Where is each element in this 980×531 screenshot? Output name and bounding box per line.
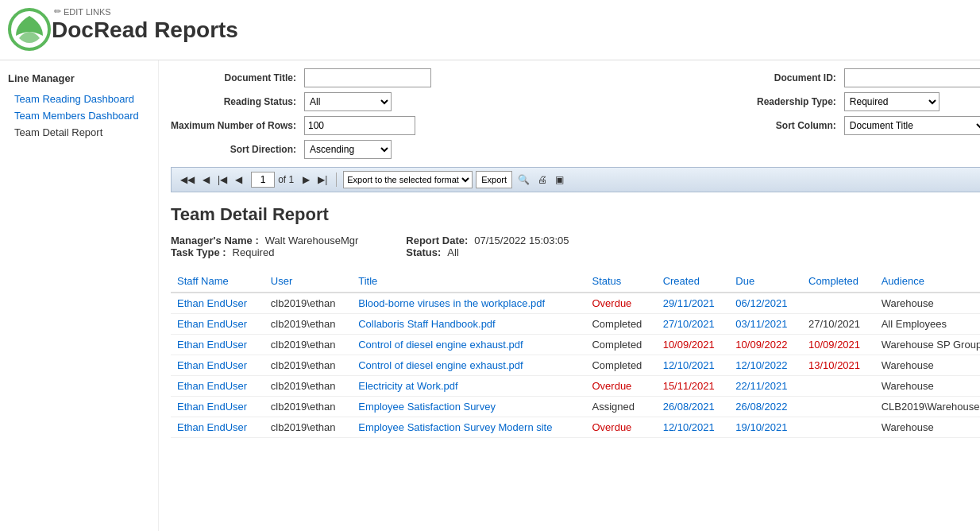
readership-type-select[interactable]: Required Optional All xyxy=(844,92,939,111)
cell-created: 26/08/2021 xyxy=(657,397,730,417)
cell-audience: All Employees xyxy=(875,314,980,335)
cell-user: clb2019\ethan xyxy=(264,335,352,355)
col-staff-name[interactable]: Staff Name xyxy=(171,270,264,293)
export-format-select[interactable]: Export to the selected format PDF Excel … xyxy=(343,171,473,188)
edit-links-button[interactable]: ✏ EDIT LINKS xyxy=(54,6,111,17)
nav-first-button[interactable]: ◀◀ xyxy=(178,172,197,187)
col-user[interactable]: User xyxy=(264,270,352,293)
cell-status: Overdue xyxy=(585,417,656,438)
cell-completed: 13/10/2021 xyxy=(802,355,875,376)
reading-status-select[interactable]: All Completed Overdue Assigned xyxy=(304,92,392,111)
col-audience[interactable]: Audience xyxy=(875,270,980,293)
search-button[interactable]: 🔍 xyxy=(515,172,532,187)
cell-completed xyxy=(802,397,875,417)
document-id-input[interactable] xyxy=(844,68,980,87)
cell-audience: CLB2019\Warehouse xyxy=(875,397,980,417)
cell-completed: 27/10/2021 xyxy=(802,314,875,335)
sidebar-section-title: Line Manager xyxy=(8,72,150,84)
cell-audience: Warehouse xyxy=(875,376,980,397)
table-row: Ethan EndUserclb2019\ethanEmployee Satis… xyxy=(171,417,980,438)
cell-user: clb2019\ethan xyxy=(264,417,352,438)
col-completed[interactable]: Completed xyxy=(802,270,875,293)
document-title-input[interactable] xyxy=(304,68,431,87)
table-header-row: Staff Name User Title Status Created Due… xyxy=(171,270,980,293)
cell-staff-name: Ethan EndUser xyxy=(171,376,264,397)
sidebar-item-team-detail[interactable]: Team Detail Report xyxy=(8,124,150,141)
cell-staff-name: Ethan EndUser xyxy=(171,314,264,335)
cell-audience: Warehouse xyxy=(875,355,980,376)
table-row: Ethan EndUserclb2019\ethanCollaboris Sta… xyxy=(171,314,980,335)
cell-staff-name: Ethan EndUser xyxy=(171,355,264,376)
cell-status: Assigned xyxy=(585,397,656,417)
cell-created: 12/10/2021 xyxy=(657,417,730,438)
export-button[interactable]: Export xyxy=(476,171,512,188)
report-status-value: All xyxy=(447,246,458,258)
cell-audience: Warehouse SP Group xyxy=(875,335,980,355)
col-due[interactable]: Due xyxy=(729,270,802,293)
cell-staff-name: Ethan EndUser xyxy=(171,335,264,355)
report-date-value: 07/15/2022 15:03:05 xyxy=(474,234,569,246)
sort-column-label: Sort Column: xyxy=(757,120,836,131)
nav-next-icon-button[interactable]: ▶ xyxy=(300,172,312,187)
max-rows-label: Maximum Number of Rows: xyxy=(171,120,296,131)
page-of-label: of 1 xyxy=(278,174,294,185)
task-type-meta-row: Task Type : Required xyxy=(171,246,358,258)
sort-direction-select[interactable]: Ascending Descending xyxy=(304,140,392,159)
reading-status-label: Reading Status: xyxy=(171,96,296,107)
toolbar-separator xyxy=(336,172,337,187)
page-info: of 1 xyxy=(251,172,294,188)
cell-user: clb2019\ethan xyxy=(264,355,352,376)
page-number-input[interactable] xyxy=(251,172,275,188)
status-meta-row: Status: All xyxy=(406,246,569,258)
cell-status: Completed xyxy=(585,355,656,376)
cell-status: Overdue xyxy=(585,376,656,397)
cell-title: Employee Satisfaction Survey Modern site xyxy=(352,417,585,438)
toolbar: ◀◀ ◀ |◀ ◀ of 1 ▶ ▶| Export to the select… xyxy=(171,167,980,192)
task-type-label: Task Type : xyxy=(171,246,226,258)
edit-links-label: EDIT LINKS xyxy=(64,7,111,17)
sidebar-item-team-reading[interactable]: Team Reading Dashboard xyxy=(8,91,150,107)
cell-created: 12/10/2021 xyxy=(657,355,730,376)
cell-title: Employee Satisfaction Survey xyxy=(352,397,585,417)
report: Team Detail Report Manager's Name : Walt… xyxy=(171,204,980,438)
pencil-icon: ✏ xyxy=(54,6,61,17)
sort-direction-label: Sort Direction: xyxy=(171,144,296,155)
filter-form: Document Title: Document ID: Reading Sta… xyxy=(171,68,980,159)
main-content: Document Title: Document ID: Reading Sta… xyxy=(159,60,980,531)
cell-title: Control of diesel engine exhaust.pdf xyxy=(352,335,585,355)
app-logo xyxy=(8,8,52,52)
cell-due: 10/09/2022 xyxy=(729,335,802,355)
table-row: Ethan EndUserclb2019\ethanControl of die… xyxy=(171,355,980,376)
col-created[interactable]: Created xyxy=(657,270,730,293)
cell-user: clb2019\ethan xyxy=(264,293,352,314)
cell-due: 06/12/2021 xyxy=(729,293,802,314)
cell-title: Control of diesel engine exhaust.pdf xyxy=(352,355,585,376)
nav-prev-icon-button[interactable]: ◀ xyxy=(233,172,245,187)
document-id-label: Document ID: xyxy=(757,72,836,83)
sort-column-select[interactable]: Document Title Status Created Due Comple… xyxy=(844,116,980,135)
cell-user: clb2019\ethan xyxy=(264,314,352,335)
cell-user: clb2019\ethan xyxy=(264,397,352,417)
cell-title: Electricity at Work.pdf xyxy=(352,376,585,397)
max-rows-input[interactable] xyxy=(304,116,415,135)
print-button[interactable]: 🖨 xyxy=(535,172,550,187)
nav-first-icon-button[interactable]: |◀ xyxy=(215,172,230,187)
cell-created: 10/09/2021 xyxy=(657,335,730,355)
layout-button[interactable]: ▣ xyxy=(553,172,566,187)
sidebar-item-team-members[interactable]: Team Members Dashboard xyxy=(8,107,150,124)
report-date-label: Report Date: xyxy=(406,234,468,246)
col-status[interactable]: Status xyxy=(585,270,656,293)
cell-status: Completed xyxy=(585,314,656,335)
cell-staff-name: Ethan EndUser xyxy=(171,397,264,417)
cell-due: 26/08/2022 xyxy=(729,397,802,417)
col-title[interactable]: Title xyxy=(352,270,585,293)
report-table: Staff Name User Title Status Created Due… xyxy=(171,270,980,438)
nav-prev-button[interactable]: ◀ xyxy=(200,172,212,187)
cell-created: 29/11/2021 xyxy=(657,293,730,314)
cell-staff-name: Ethan EndUser xyxy=(171,417,264,438)
nav-last-icon-button[interactable]: ▶| xyxy=(315,172,330,187)
cell-staff-name: Ethan EndUser xyxy=(171,293,264,314)
manager-meta-row: Manager's Name : Walt WarehouseMgr xyxy=(171,234,358,246)
cell-completed xyxy=(802,376,875,397)
cell-title: Blood-borne viruses in the workplace.pdf xyxy=(352,293,585,314)
